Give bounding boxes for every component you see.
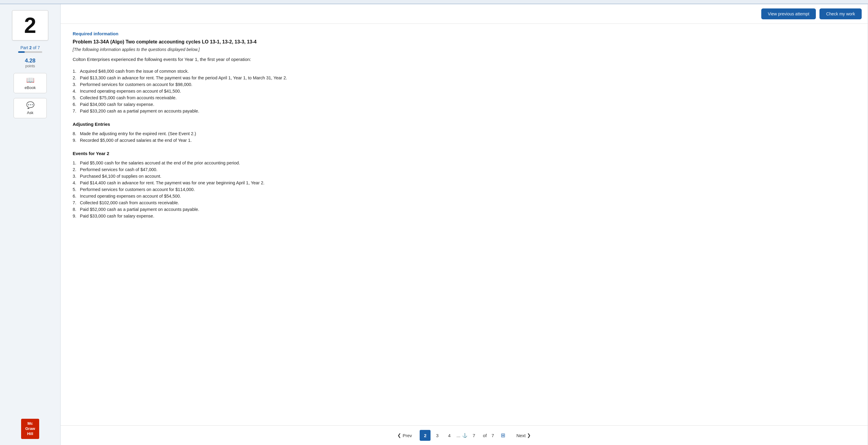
- event-number: 7.: [73, 109, 78, 113]
- ask-icon: 💬: [26, 101, 34, 109]
- prev-label: Prev: [402, 433, 412, 438]
- event-number: 8.: [73, 207, 78, 212]
- prev-arrow-icon: [397, 433, 401, 438]
- list-item: 9.Recorded $5,000 of accrued salaries at…: [73, 137, 856, 144]
- link-icon: ⚓: [462, 433, 467, 438]
- list-item: 3.Performed services for customers on ac…: [73, 81, 856, 88]
- list-item: 6.Incurred operating expenses on account…: [73, 193, 856, 200]
- question-number: 2: [24, 13, 36, 38]
- content-area: View previous attempt Check my work Requ…: [60, 4, 868, 445]
- event-text: Made the adjusting entry for the expired…: [80, 131, 196, 136]
- event-text: Paid $52,000 cash as a partial payment o…: [80, 207, 199, 212]
- event-number: 8.: [73, 131, 78, 136]
- event-number: 3.: [73, 82, 78, 87]
- list-item: 8.Made the adjusting entry for the expir…: [73, 130, 856, 137]
- page-number-3[interactable]: 3: [432, 430, 443, 441]
- pagination-bar: Prev 234...⚓7 of 7 ⊞ Next: [61, 425, 868, 445]
- event-number: 5.: [73, 95, 78, 100]
- prev-button[interactable]: Prev: [392, 430, 417, 441]
- event-number: 3.: [73, 174, 78, 179]
- list-item: 5.Performed services for customers on ac…: [73, 186, 856, 193]
- main-layout: 2 Part 2 of 7 4.28 points 📖 eBook 💬 Ask: [0, 4, 868, 445]
- event-text: Paid $34,000 cash for salary expense.: [80, 102, 154, 107]
- list-item: 8.Paid $52,000 cash as a partial payment…: [73, 206, 856, 213]
- grid-view-icon[interactable]: ⊞: [498, 430, 508, 441]
- page-number-7[interactable]: 7: [468, 430, 479, 441]
- part-info: Part 2 of 7: [18, 45, 42, 53]
- event-text: Performed services for cash of $47,000.: [80, 167, 157, 172]
- top-bar: [0, 0, 868, 4]
- event-number: 9.: [73, 214, 78, 218]
- page-number-2[interactable]: 2: [420, 430, 431, 441]
- intro-text: Colton Enterprises experienced the follo…: [73, 57, 856, 62]
- ask-button[interactable]: 💬 Ask: [13, 98, 47, 118]
- event-text: Performed services for customers on acco…: [80, 187, 195, 192]
- event-text: Collected $75,000 cash from accounts rec…: [80, 95, 177, 100]
- event-text: Recorded $5,000 of accrued salaries at t…: [80, 138, 192, 143]
- list-item: 4.Incurred operating expenses on account…: [73, 88, 856, 94]
- page-dots: ...: [456, 433, 461, 438]
- next-label: Next: [517, 433, 526, 438]
- event-number: 6.: [73, 102, 78, 107]
- points-number: 4.28: [25, 58, 35, 64]
- event-text: Paid $33,200 cash as a partial payment o…: [80, 109, 199, 113]
- event-text: Paid $5,000 cash for the salaries accrue…: [80, 160, 240, 165]
- event-number: 2.: [73, 76, 78, 80]
- list-item: 7.Paid $33,200 cash as a partial payment…: [73, 108, 856, 114]
- adjusting-events-list: 8.Made the adjusting entry for the expir…: [73, 130, 856, 144]
- page-number-4[interactable]: 4: [444, 430, 455, 441]
- italic-info: [The following information applies to th…: [73, 47, 856, 52]
- ebook-button[interactable]: 📖 eBook: [13, 73, 47, 93]
- list-item: 1.Paid $5,000 cash for the salaries accr…: [73, 159, 856, 166]
- question-number-box: 2: [12, 10, 48, 40]
- view-previous-attempt-button[interactable]: View previous attempt: [761, 8, 816, 19]
- total-pages: 7: [490, 433, 495, 438]
- event-number: 4.: [73, 180, 78, 185]
- event-number: 1.: [73, 69, 78, 73]
- part-label: Part 2 of 7: [18, 45, 42, 50]
- event-text: Acquired $48,000 cash from the issue of …: [80, 69, 189, 73]
- ebook-icon: 📖: [26, 76, 34, 84]
- list-item: 4.Paid $14,400 cash in advance for rent.…: [73, 179, 856, 186]
- event-number: 6.: [73, 194, 78, 199]
- problem-title: Problem 13-34A (Algo) Two complete accou…: [73, 39, 856, 44]
- event-number: 5.: [73, 187, 78, 192]
- mcgraw-hill-logo: Mc Graw Hill: [21, 419, 39, 439]
- event-text: Collected $102,000 cash from accounts re…: [80, 200, 179, 205]
- top-actions: View previous attempt Check my work: [61, 4, 868, 24]
- part-progress-fill: [18, 51, 25, 53]
- year1-events-list: 1.Acquired $48,000 cash from the issue o…: [73, 68, 856, 114]
- event-number: 4.: [73, 89, 78, 93]
- points-label: points: [25, 64, 35, 68]
- adjusting-entries-heading: Adjusting Entries: [73, 122, 856, 127]
- page-of-label: of: [482, 433, 488, 438]
- event-number: 1.: [73, 160, 78, 165]
- event-number: 9.: [73, 138, 78, 143]
- content-scroll: Required information Problem 13-34A (Alg…: [61, 24, 868, 425]
- points-box: 4.28 points: [25, 58, 35, 68]
- page-numbers: 234...⚓7: [420, 430, 479, 441]
- event-text: Paid $14,400 cash in advance for rent. T…: [80, 180, 265, 185]
- list-item: 2.Performed services for cash of $47,000…: [73, 166, 856, 173]
- list-item: 1.Acquired $48,000 cash from the issue o…: [73, 68, 856, 75]
- event-number: 2.: [73, 167, 78, 172]
- event-text: Incurred operating expenses on account o…: [80, 194, 181, 199]
- event-text: Incurred operating expenses on account o…: [80, 89, 181, 93]
- required-info-label: Required information: [73, 31, 856, 36]
- event-text: Paid $33,000 cash for salary expense.: [80, 214, 154, 218]
- next-arrow-icon: [527, 433, 531, 438]
- year2-events-list: 1.Paid $5,000 cash for the salaries accr…: [73, 159, 856, 219]
- list-item: 3.Purchased $4,100 of supplies on accoun…: [73, 173, 856, 179]
- ebook-label: eBook: [25, 85, 36, 90]
- ask-label: Ask: [27, 111, 33, 115]
- event-text: Purchased $4,100 of supplies on account.: [80, 174, 161, 179]
- list-item: 5.Collected $75,000 cash from accounts r…: [73, 94, 856, 101]
- list-item: 7.Collected $102,000 cash from accounts …: [73, 200, 856, 206]
- event-number: 7.: [73, 200, 78, 205]
- year2-heading: Events for Year 2: [73, 151, 856, 156]
- next-button[interactable]: Next: [511, 430, 536, 441]
- event-text: Paid $13,300 cash in advance for rent. T…: [80, 76, 287, 80]
- event-text: Performed services for customers on acco…: [80, 82, 192, 87]
- part-number: 2: [29, 45, 32, 50]
- check-my-work-button[interactable]: Check my work: [819, 8, 862, 19]
